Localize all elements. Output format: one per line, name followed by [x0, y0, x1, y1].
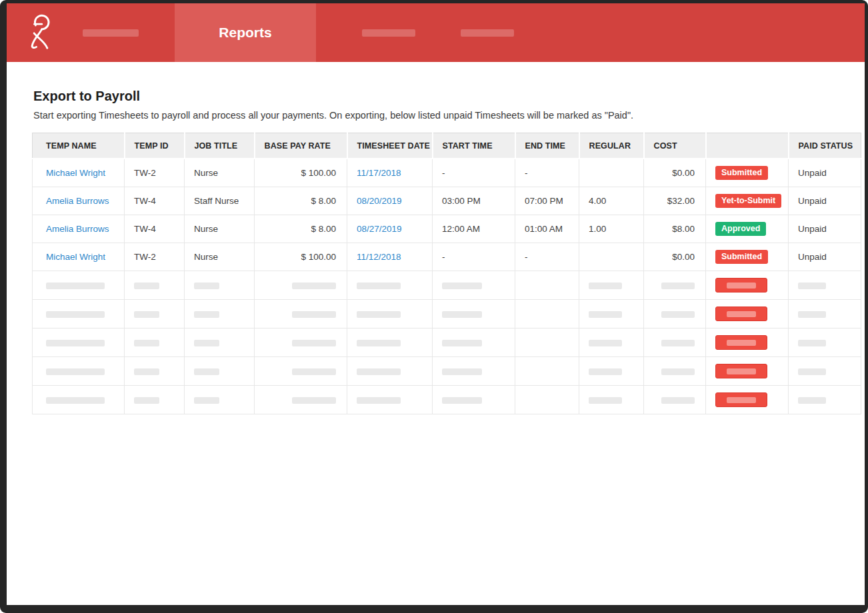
timesheet-row: Amelia BurrowsTW-4Nurse$ 8.0008/27/20191…: [33, 215, 861, 243]
placeholder-bar: [292, 397, 336, 404]
cell-temp_name: Michael Wright: [33, 243, 125, 271]
placeholder-cell-end_time: [515, 328, 579, 357]
placeholder-bar: [292, 283, 336, 289]
placeholder-cell-paid_status: [789, 386, 861, 414]
page-subtitle: Start exporting Timesheets to payroll an…: [33, 110, 865, 121]
temp-name-link[interactable]: Michael Wright: [46, 168, 105, 178]
timesheet-row: Amelia BurrowsTW-4Staff Nurse$ 8.0008/20…: [33, 187, 861, 215]
cell-status: Approved: [706, 215, 789, 243]
placeholder-bar: [357, 397, 401, 404]
placeholder-cell-paid_status: [789, 357, 861, 386]
placeholder-row: [33, 328, 861, 357]
placeholder-cell-base_pay_rate: [255, 271, 347, 300]
placeholder-bar: [589, 368, 622, 375]
cell-temp_id: TW-4: [125, 215, 185, 243]
placeholder-bar: [661, 311, 695, 318]
cell-regular: [579, 159, 644, 187]
cell-cost: $0.00: [644, 159, 706, 187]
timesheet-date-link[interactable]: 08/27/2019: [357, 224, 402, 234]
cell-base_pay_rate: $ 100.00: [255, 243, 347, 271]
page-title: Export to Payroll: [33, 89, 865, 104]
cell-job_title: Nurse: [185, 215, 255, 243]
placeholder-cell-paid_status: [789, 271, 861, 300]
status-badge: Approved: [715, 222, 766, 236]
top-nav-bar: Reports: [7, 3, 865, 62]
cell-timesheet_date: 08/27/2019: [347, 215, 433, 243]
placeholder-bar: [661, 283, 695, 289]
placeholder-bar: [357, 283, 401, 289]
cell-timesheet_date: 11/12/2018: [347, 243, 433, 271]
placeholder-bar: [46, 340, 105, 346]
placeholder-bar: [134, 340, 159, 346]
placeholder-bar: [134, 397, 159, 404]
cell-end_time: 01:00 AM: [515, 215, 579, 243]
placeholder-bar: [661, 340, 695, 346]
main-content: Export to Payroll Start exporting Timesh…: [7, 62, 865, 414]
status-badge: Submitted: [715, 166, 768, 180]
placeholder-cell-cost: [644, 357, 706, 386]
cell-temp_name: Amelia Burrows: [33, 187, 125, 215]
cell-timesheet_date: 08/20/2019: [347, 187, 433, 215]
timesheet-date-link[interactable]: 08/20/2019: [357, 196, 402, 206]
temp-name-link[interactable]: Michael Wright: [46, 252, 105, 262]
nav-item-placeholder[interactable]: [83, 29, 139, 37]
placeholder-cell-regular: [579, 357, 644, 386]
placeholder-cell-job_title: [185, 271, 255, 300]
cell-status: Submitted: [706, 243, 789, 271]
placeholder-cell-status: [706, 328, 789, 357]
cell-base_pay_rate: $ 8.00: [255, 215, 347, 243]
placeholder-bar: [661, 368, 695, 375]
placeholder-bar: [194, 311, 219, 318]
placeholder-cell-temp_name: [33, 328, 125, 357]
timesheet-date-link[interactable]: 11/17/2018: [357, 168, 401, 178]
placeholder-cell-timesheet_date: [347, 271, 433, 300]
placeholder-cell-temp_name: [33, 300, 125, 328]
timesheet-row: Michael WrightTW-2Nurse$ 100.0011/12/201…: [33, 243, 861, 271]
tab-reports[interactable]: Reports: [175, 3, 316, 62]
status-badge-placeholder: [715, 335, 767, 350]
workerly-logo-icon[interactable]: [25, 13, 56, 53]
status-badge-placeholder: [715, 278, 767, 293]
placeholder-bar: [798, 311, 826, 318]
nav-item-placeholder[interactable]: [461, 29, 514, 37]
placeholder-row: [33, 357, 861, 386]
placeholder-cell-temp_id: [125, 328, 185, 357]
cell-temp_id: TW-2: [125, 159, 185, 187]
cell-job_title: Nurse: [185, 159, 255, 187]
cell-status: Yet-to-Submit: [706, 187, 789, 215]
column-header-base_pay_rate: BASE PAY RATE: [255, 133, 347, 159]
column-header-paid_status: PAID STATUS: [789, 133, 861, 159]
placeholder-bar: [442, 397, 482, 404]
temp-name-link[interactable]: Amelia Burrows: [46, 224, 109, 234]
cell-job_title: Nurse: [185, 243, 255, 271]
timesheet-row: Michael WrightTW-2Nurse$ 100.0011/17/201…: [33, 159, 861, 187]
placeholder-bar: [194, 340, 219, 346]
cell-start_time: -: [433, 243, 515, 271]
cell-start_time: -: [433, 159, 515, 187]
cell-base_pay_rate: $ 8.00: [255, 187, 347, 215]
placeholder-bar: [798, 340, 826, 346]
cell-start_time: 12:00 AM: [433, 215, 515, 243]
column-header-start_time: START TIME: [433, 133, 515, 159]
timesheet-date-link[interactable]: 11/12/2018: [357, 252, 401, 262]
placeholder-cell-end_time: [515, 271, 579, 300]
cell-cost: $0.00: [644, 243, 706, 271]
status-badge: Yet-to-Submit: [715, 194, 781, 208]
cell-regular: 4.00: [579, 187, 644, 215]
placeholder-cell-cost: [644, 328, 706, 357]
cell-temp_name: Amelia Burrows: [33, 215, 125, 243]
placeholder-cell-timesheet_date: [347, 357, 433, 386]
column-header-job_title: JOB TITLE: [185, 133, 255, 159]
placeholder-bar: [134, 283, 159, 289]
placeholder-row: [33, 271, 861, 300]
nav-item-placeholder[interactable]: [362, 29, 415, 37]
placeholder-bar: [589, 283, 622, 289]
placeholder-cell-end_time: [515, 386, 579, 414]
placeholder-cell-base_pay_rate: [255, 328, 347, 357]
placeholder-cell-end_time: [515, 300, 579, 328]
placeholder-cell-base_pay_rate: [255, 357, 347, 386]
cell-paid_status: Unpaid: [789, 159, 861, 187]
placeholder-cell-start_time: [433, 300, 515, 328]
temp-name-link[interactable]: Amelia Burrows: [46, 196, 109, 206]
placeholder-bar: [442, 340, 482, 346]
